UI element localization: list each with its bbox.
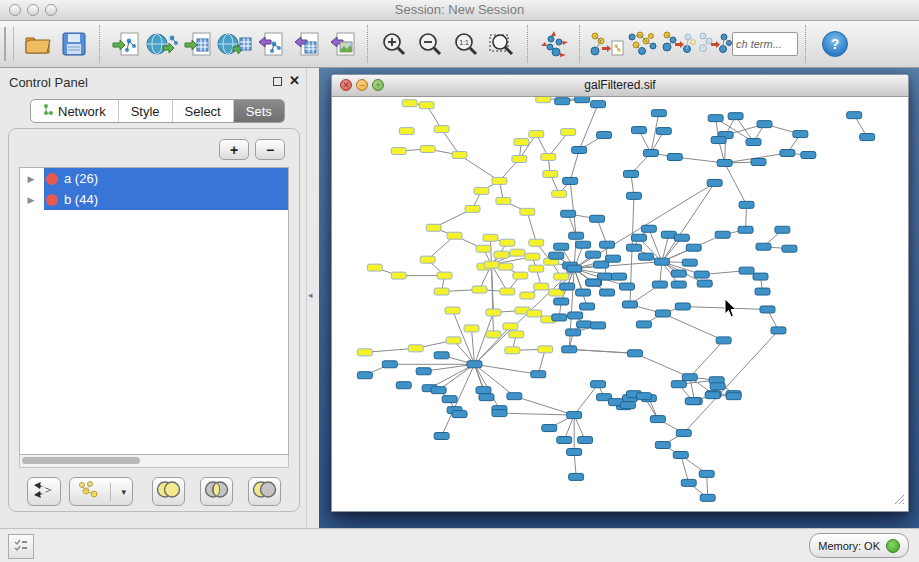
graph-node[interactable] — [391, 148, 406, 155]
graph-node[interactable] — [591, 101, 606, 108]
graph-node[interactable] — [775, 226, 790, 233]
graph-node[interactable] — [655, 442, 670, 449]
graph-node[interactable] — [636, 393, 651, 400]
graph-node[interactable] — [612, 273, 627, 280]
graph-node[interactable] — [529, 131, 544, 138]
chevron-down-icon[interactable]: ▾ — [121, 487, 126, 497]
graph-node[interactable] — [529, 265, 544, 272]
network-canvas[interactable] — [332, 97, 906, 510]
graph-node[interactable] — [597, 132, 612, 139]
graph-node[interactable] — [654, 258, 669, 265]
graph-node[interactable] — [760, 306, 775, 313]
graph-node[interactable] — [572, 147, 587, 154]
import-table-web-button[interactable] — [216, 25, 252, 63]
graph-node[interactable] — [419, 102, 434, 109]
graph-node[interactable] — [567, 265, 582, 272]
graph-node[interactable] — [575, 97, 590, 103]
graph-node[interactable] — [576, 241, 591, 248]
graph-node[interactable] — [442, 396, 457, 403]
memory-status-button[interactable]: Memory: OK — [809, 533, 909, 558]
graph-node[interactable] — [675, 303, 690, 310]
graph-node[interactable] — [465, 205, 480, 212]
import-network-web-button[interactable] — [144, 25, 180, 63]
network-view-frame[interactable]: ✕ − + galFiltered.sif — [331, 74, 909, 512]
graph-node[interactable] — [434, 352, 449, 359]
sets-list[interactable]: ▶ a (26) ▶ b (44) — [19, 167, 289, 455]
import-table-file-button[interactable] — [180, 25, 216, 63]
graph-node[interactable] — [739, 267, 754, 274]
copy-network-view-button[interactable] — [588, 25, 624, 63]
graph-node[interactable] — [676, 430, 691, 437]
frame-titlebar[interactable]: ✕ − + galFiltered.sif — [332, 75, 908, 97]
graph-node[interactable] — [782, 245, 797, 252]
graph-node[interactable] — [656, 128, 671, 135]
union-sets-button[interactable] — [152, 477, 185, 506]
import-network-file-button[interactable] — [108, 25, 144, 63]
graph-node[interactable] — [606, 255, 621, 262]
graph-node[interactable] — [562, 346, 577, 353]
graph-node[interactable] — [408, 345, 423, 352]
graph-node[interactable] — [496, 197, 511, 204]
help-button[interactable]: ? — [822, 31, 848, 57]
graph-node[interactable] — [452, 411, 467, 418]
graph-node[interactable] — [636, 321, 651, 328]
graph-node[interactable] — [711, 137, 726, 144]
graph-node[interactable] — [479, 394, 494, 401]
graph-node[interactable] — [580, 303, 595, 310]
graph-node[interactable] — [552, 314, 567, 321]
graph-node[interactable] — [697, 280, 712, 287]
graph-node[interactable] — [771, 327, 786, 334]
graph-node[interactable] — [486, 309, 501, 316]
export-network-button[interactable] — [252, 25, 288, 63]
graph-node[interactable] — [716, 337, 731, 344]
graph-node[interactable] — [708, 115, 723, 122]
graph-node[interactable] — [382, 361, 397, 368]
search-input[interactable] — [732, 32, 798, 56]
graph-node[interactable] — [622, 301, 637, 308]
graph-node[interactable] — [726, 393, 741, 400]
zoom-out-button[interactable] — [412, 25, 448, 63]
graph-node[interactable] — [671, 381, 686, 388]
scrollbar-thumb[interactable] — [22, 457, 140, 464]
graph-node[interactable] — [655, 310, 670, 317]
graph-node[interactable] — [623, 170, 638, 177]
graph-node[interactable] — [638, 253, 653, 260]
graph-node[interactable] — [426, 224, 441, 231]
graph-node[interactable] — [707, 179, 722, 186]
graph-node[interactable] — [486, 331, 501, 338]
graph-node[interactable] — [626, 192, 641, 199]
graph-node[interactable] — [552, 190, 567, 197]
graph-node[interactable] — [538, 346, 553, 353]
graph-node[interactable] — [685, 398, 700, 405]
export-image-button[interactable] — [324, 25, 360, 63]
graph-node[interactable] — [420, 256, 435, 263]
graph-node[interactable] — [671, 281, 686, 288]
graph-node[interactable] — [483, 234, 498, 241]
graph-node[interactable] — [472, 286, 487, 293]
graph-node[interactable] — [512, 156, 527, 163]
graph-node[interactable] — [681, 479, 696, 486]
graph-node[interactable] — [577, 321, 592, 328]
graph-node[interactable] — [651, 110, 666, 117]
graph-node[interactable] — [492, 177, 507, 184]
graph-node[interactable] — [619, 283, 634, 290]
graph-node[interactable] — [756, 243, 771, 250]
graph-node[interactable] — [464, 325, 479, 332]
graph-node[interactable] — [513, 272, 528, 279]
graph-node[interactable] — [600, 289, 615, 296]
graph-node[interactable] — [500, 239, 515, 246]
graph-node[interactable] — [710, 383, 725, 390]
graph-node[interactable] — [561, 129, 576, 136]
graph-node[interactable] — [650, 416, 665, 423]
graph-node[interactable] — [431, 387, 446, 394]
graph-node[interactable] — [536, 97, 551, 103]
graph-node[interactable] — [534, 283, 549, 290]
graph-node[interactable] — [510, 249, 525, 256]
graph-node[interactable] — [567, 412, 582, 419]
graph-node[interactable] — [641, 225, 656, 232]
zoom-selected-region-button[interactable] — [484, 25, 520, 63]
graph-node[interactable] — [586, 251, 601, 258]
graph-node[interactable] — [447, 232, 462, 239]
graph-node[interactable] — [738, 226, 753, 233]
tab-sets[interactable]: Sets — [234, 100, 284, 122]
